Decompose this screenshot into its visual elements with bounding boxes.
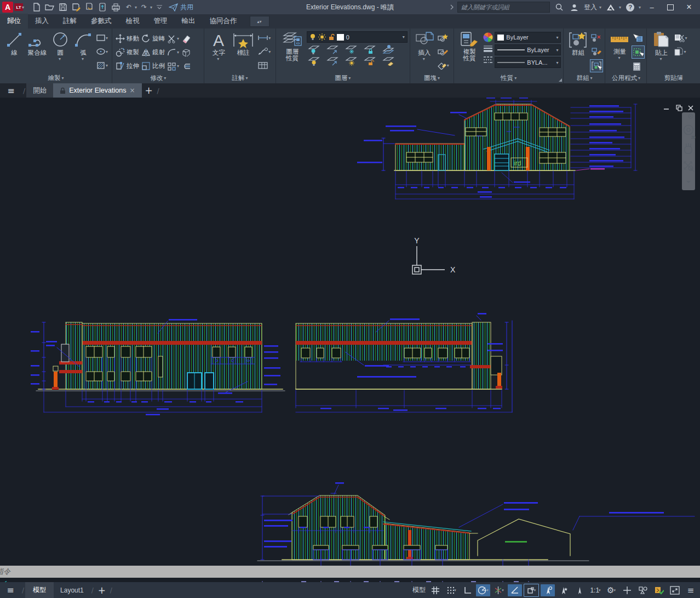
layer-isolate-button[interactable] xyxy=(308,44,320,54)
drawing-canvas[interactable]: 2D xyxy=(0,98,700,566)
group-selection-toggle[interactable] xyxy=(590,59,603,72)
insert-block-button[interactable]: 插入 ▾ xyxy=(414,31,435,62)
polar-tracking-toggle[interactable]: ▾ xyxy=(476,584,490,596)
layer-change-button[interactable] xyxy=(382,56,394,66)
circle-button[interactable]: 圓 ▾ xyxy=(49,31,71,62)
array-button[interactable]: ▾ xyxy=(167,62,179,71)
share-button[interactable]: 共用 xyxy=(169,3,193,12)
ungroup-button[interactable] xyxy=(590,32,603,44)
fillet-button[interactable]: ▾ xyxy=(167,48,179,56)
graphics-performance-button[interactable] xyxy=(652,584,666,596)
block-attributes-button[interactable]: ▾ xyxy=(437,59,450,71)
tab-start[interactable]: 開始 xyxy=(26,83,53,98)
undo-dropdown[interactable]: ▾ xyxy=(135,5,137,10)
copy-button[interactable]: 複製 xyxy=(116,48,139,57)
stretch-button[interactable]: 拉伸 xyxy=(116,61,139,71)
command-line[interactable]: 指令 xyxy=(0,566,700,578)
hatch-button[interactable]: ▾ xyxy=(95,59,108,71)
text-button[interactable]: A 文字 ▾ xyxy=(208,31,229,62)
move-button[interactable]: 移動 xyxy=(116,34,139,43)
paste-button[interactable]: 貼上 ▾ xyxy=(650,31,672,62)
leader-button[interactable]: ▾ xyxy=(257,45,271,58)
layout-tab-layout1[interactable]: Layout1 xyxy=(54,586,90,594)
panel-label-modify[interactable]: 修改▾ xyxy=(112,73,204,83)
annotation-autoscale-toggle[interactable] xyxy=(556,584,571,596)
rectangle-button[interactable]: ▾ xyxy=(95,32,108,44)
sign-in-button[interactable]: 登入 xyxy=(584,3,597,12)
linetype-combo[interactable]: BYLA... ▾ xyxy=(495,57,561,68)
rotate-button[interactable]: 旋轉 xyxy=(141,34,165,43)
table-button[interactable] xyxy=(257,59,271,71)
layer-lock-button[interactable] xyxy=(364,44,376,54)
isodraft-toggle[interactable]: ▾ xyxy=(492,584,506,596)
ortho-toggle[interactable] xyxy=(460,584,474,596)
ribbon-display-toggle[interactable]: ▴▾ xyxy=(250,16,269,27)
navigation-bar[interactable]: 2D xyxy=(682,112,696,190)
ribbon-tab-manage[interactable]: 管理 xyxy=(147,14,175,29)
panel-label-draw[interactable]: 繪製▾ xyxy=(0,73,112,83)
edit-block-button[interactable] xyxy=(437,45,450,58)
layer-select-combo[interactable]: 0 ▾ xyxy=(307,31,408,43)
ribbon-tab-home[interactable]: 歸位 xyxy=(0,14,28,29)
layout-menu-button[interactable]: ≡ xyxy=(0,585,21,595)
trim-button[interactable]: ▾ xyxy=(167,35,179,43)
group-button[interactable]: 群組 xyxy=(567,31,589,56)
new-drawing-tab-button[interactable]: + xyxy=(142,83,156,98)
plot-button[interactable] xyxy=(83,1,95,13)
ribbon-tab-view[interactable]: 檢視 xyxy=(119,14,147,29)
measure-button[interactable]: 測量 ▾ xyxy=(609,31,630,61)
annotation-visibility-toggle[interactable] xyxy=(541,584,555,596)
layer-on-off-button[interactable] xyxy=(308,56,320,66)
ribbon-tab-parametric[interactable]: 參數式 xyxy=(84,14,119,29)
save-button[interactable] xyxy=(57,1,69,13)
panel-label-block[interactable]: 圖塊▾ xyxy=(410,73,454,83)
layer-thaw-all-button[interactable] xyxy=(345,56,357,66)
panel-label-annotation[interactable]: 註解▾ xyxy=(204,73,275,83)
isolate-objects-button[interactable] xyxy=(636,584,650,596)
scale-button[interactable]: 比例 xyxy=(141,61,165,71)
status-customize-button[interactable]: ≡ xyxy=(684,584,698,596)
clean-screen-button[interactable] xyxy=(620,584,634,596)
explode-button[interactable] xyxy=(181,48,191,57)
ribbon-tab-collaborate[interactable]: 協同合作 xyxy=(203,14,244,29)
autodesk-dropdown[interactable]: ▾ xyxy=(619,5,621,10)
redo-button[interactable]: ↷ xyxy=(138,1,150,13)
panel-label-groups[interactable]: 群組▾ xyxy=(564,73,605,83)
panel-label-properties[interactable]: 性質▾ xyxy=(454,73,563,83)
layout-tab-model[interactable]: 模型 xyxy=(25,582,54,598)
layer-match-button[interactable] xyxy=(326,56,338,66)
layer-snowflake-button[interactable] xyxy=(345,44,357,54)
erase-button[interactable] xyxy=(181,34,191,43)
autodesk-logo-icon[interactable] xyxy=(605,1,617,13)
minimize-button[interactable]: – xyxy=(644,1,659,13)
properties-dialog-launcher[interactable] xyxy=(559,78,562,82)
close-button[interactable]: × xyxy=(681,1,697,13)
signin-dropdown[interactable]: ▾ xyxy=(599,5,601,10)
undo-button[interactable]: ↶ xyxy=(123,1,135,13)
search-icon[interactable] xyxy=(553,1,565,13)
user-icon[interactable] xyxy=(569,1,581,13)
save-as-button[interactable] xyxy=(70,1,82,13)
grid-toggle[interactable] xyxy=(428,584,443,596)
offset-button[interactable] xyxy=(181,62,191,70)
search-input[interactable]: 鍵入關鍵字或詞組 xyxy=(457,2,550,13)
linear-dimension-button[interactable]: ▾ xyxy=(257,32,271,44)
dimension-button[interactable]: 標註 xyxy=(231,31,256,56)
close-tab-icon[interactable]: × xyxy=(129,87,135,94)
quick-calculator-button[interactable] xyxy=(632,60,645,72)
ribbon-tab-insert[interactable]: 插入 xyxy=(28,14,56,29)
redo-dropdown[interactable]: ▾ xyxy=(150,5,152,10)
app-menu-button[interactable]: A LT ▾ xyxy=(0,0,26,14)
linetype-icon[interactable] xyxy=(483,56,494,64)
panel-label-layers[interactable]: 圖層▾ xyxy=(276,73,410,83)
print-button[interactable] xyxy=(110,1,122,13)
workspace-switching-button[interactable]: ⚙▾ xyxy=(604,584,618,596)
annotation-scale-value[interactable]: 1:1▾ xyxy=(588,584,603,596)
match-properties-button[interactable]: 複製性質 xyxy=(457,31,481,62)
copy-clip-button[interactable]: ▾ xyxy=(673,45,687,58)
drawing-window-controls[interactable] xyxy=(664,105,693,111)
arc-button[interactable]: 弧 ▾ xyxy=(72,31,94,62)
mobile-upload-button[interactable] xyxy=(96,1,108,13)
polyline-button[interactable]: 聚合線 xyxy=(26,31,48,56)
annotation-scale-icon-button[interactable] xyxy=(572,584,587,596)
